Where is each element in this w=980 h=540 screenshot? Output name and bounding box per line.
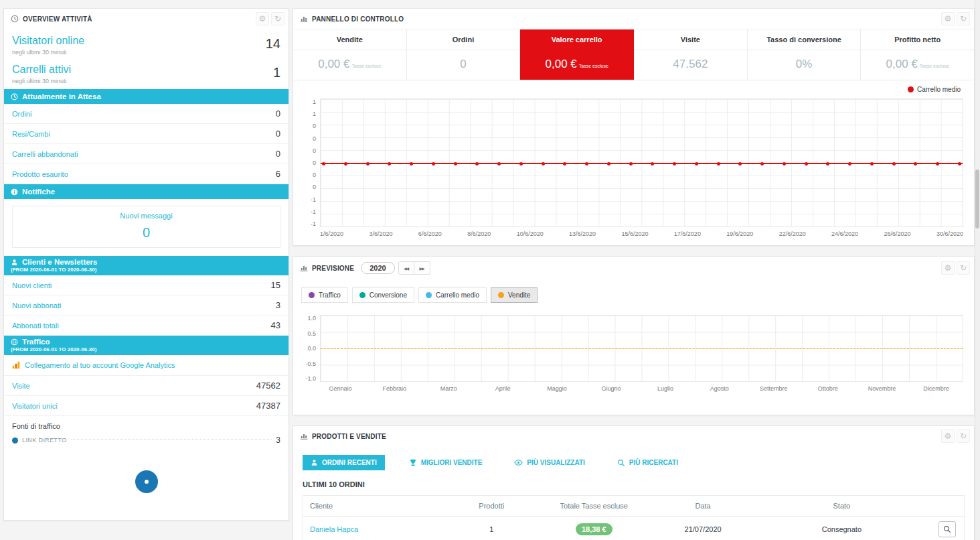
- data-point: [826, 162, 829, 165]
- active-carts-sublabel: negli ultimi 30 minuti: [12, 78, 71, 84]
- online-visitors-item: Visitatori online negli ultimi 30 minuti…: [12, 31, 280, 60]
- data-series-line: [321, 348, 963, 349]
- person-icon: [311, 459, 318, 466]
- orders-section-title: ULTIMI 10 ORDINI: [303, 478, 965, 495]
- new-messages-label: Nuovi messaggi: [18, 212, 274, 220]
- tab-piu-ricercati[interactable]: PIÙ RICERCATI: [609, 455, 686, 471]
- table-header-row: Cliente Prodotti Totale Tasse escluse Da…: [303, 496, 964, 517]
- forecast-legend: Traffico Conversione Carrello medio Vend…: [293, 279, 974, 312]
- metric-visite[interactable]: Visite 47.562: [634, 29, 748, 80]
- online-visitors-link[interactable]: Visitatori online: [12, 35, 84, 47]
- active-carts-item: Carrelli attivi negli ultimi 30 minuti 1: [12, 60, 280, 89]
- line-chart-plot-area: [320, 98, 963, 227]
- data-point: [388, 162, 391, 165]
- gear-icon[interactable]: ⚙: [941, 429, 955, 443]
- row-label: Resi/Cambi: [12, 130, 50, 138]
- metric-profitto-netto[interactable]: Profitto netto 0,00 €Tasse escluse: [861, 29, 974, 80]
- data-point: [497, 162, 501, 165]
- new-messages-value: 0: [18, 225, 274, 241]
- view-order-button[interactable]: [938, 521, 956, 537]
- panel-title: PREVISIONE: [312, 265, 354, 272]
- google-analytics-link[interactable]: Collegamento al tuo account Google Analy…: [4, 355, 289, 376]
- next-year-button[interactable]: ▶▶: [414, 261, 430, 275]
- dashboard-chart: Carrello medio 11 00 00 00 -1-1 -1 1/6/2…: [293, 80, 974, 245]
- data-point: [717, 162, 720, 165]
- customer-link[interactable]: Daniela Hapca: [310, 525, 358, 533]
- unique-visitors-row[interactable]: Visitatori unici 47387: [4, 396, 289, 416]
- products-count: 1: [448, 517, 534, 540]
- row-label: Visitatori unici: [12, 402, 58, 410]
- gear-icon[interactable]: ⚙: [941, 261, 955, 275]
- order-date: 21/07/2020: [653, 517, 752, 540]
- data-point: [542, 162, 545, 165]
- legend-vendite-button[interactable]: Vendite: [491, 287, 538, 303]
- notifications-section-header: Notifiche: [4, 184, 289, 199]
- refresh-icon[interactable]: ↻: [957, 429, 970, 443]
- previous-year-button[interactable]: ◀◀: [398, 261, 414, 275]
- metric-value: 0%: [748, 50, 861, 80]
- data-point: [322, 162, 325, 165]
- scrollbar-thumb[interactable]: [975, 170, 979, 228]
- refresh-icon[interactable]: ↻: [957, 261, 970, 275]
- legend-carrello-medio-button[interactable]: Carrello medio: [418, 287, 487, 303]
- abandoned-carts-row[interactable]: Carrelli abbandonati 0: [4, 144, 289, 164]
- metric-label: Tasso di conversione: [748, 29, 861, 50]
- pending-returns-row[interactable]: Resi/Cambi 0: [4, 124, 289, 144]
- month-axis-labels: GennaioFebbraio MarzoAprile MaggioGiugno…: [313, 382, 963, 392]
- orders-table: Cliente Prodotti Totale Tasse escluse Da…: [303, 496, 964, 540]
- metric-value: 47.562: [634, 50, 747, 80]
- data-point: [805, 162, 808, 165]
- legend-conversione-button[interactable]: Conversione: [352, 287, 414, 303]
- refresh-icon[interactable]: ↻: [957, 12, 970, 25]
- forecast-panel-header: PREVISIONE 2020 ◀◀ ▶▶ ⚙ ↻: [293, 257, 974, 279]
- search-icon: [617, 459, 625, 467]
- metric-label: Valore carrello: [520, 29, 633, 50]
- new-subscribers-row[interactable]: Nuovi abbonati 3: [4, 295, 289, 316]
- total-subscribers-row[interactable]: Abbonati totali 43: [4, 316, 289, 336]
- row-value: 0: [276, 149, 280, 159]
- gear-icon[interactable]: ⚙: [941, 12, 955, 25]
- tab-piu-visualizzati[interactable]: PIÙ VISUALIZZATI: [506, 454, 592, 471]
- clock-icon: [11, 93, 18, 100]
- gear-icon[interactable]: ⚙: [256, 12, 269, 25]
- metric-value: 0: [407, 50, 520, 80]
- legend-traffico-button[interactable]: Traffico: [301, 287, 348, 303]
- panel-title: PRODOTTI E VENDITE: [312, 433, 386, 440]
- source-dot-icon: [12, 437, 18, 444]
- control-panel-header: PANNELLO DI CONTROLLO ⚙ ↻: [293, 9, 974, 29]
- visits-row[interactable]: Visite 47562: [4, 376, 289, 396]
- active-carts-link[interactable]: Carrelli attivi: [12, 64, 71, 76]
- teal-dot-icon: [359, 292, 365, 298]
- metric-value: 0,00 €Tasse escluse: [520, 50, 633, 80]
- metric-vendite[interactable]: Vendite 0,00 €Tasse escluse: [293, 29, 407, 80]
- metric-ordini[interactable]: Ordini 0: [407, 29, 521, 80]
- pending-section-header: Attualmente in Attesa: [4, 89, 289, 104]
- activity-overview-panel: OVERVIEW ATTIVITÀ ⚙ ↻ Visitatori online …: [3, 8, 289, 521]
- new-customers-row[interactable]: Nuovi clienti 15: [4, 275, 289, 295]
- chart-icon: [300, 432, 308, 440]
- legend-dot-icon: [908, 86, 914, 92]
- tab-ordini-recenti[interactable]: ORDINI RECENTI: [303, 455, 385, 470]
- column-header-stato: Stato: [752, 496, 930, 517]
- refresh-icon[interactable]: ↻: [271, 12, 284, 25]
- new-messages-box[interactable]: Nuovi messaggi 0: [12, 206, 280, 248]
- row-label: Ordini: [12, 110, 31, 118]
- metric-tasso-conversione[interactable]: Tasso di conversione 0%: [748, 29, 862, 80]
- chart-icon: [300, 15, 308, 23]
- metric-label: Vendite: [293, 29, 406, 50]
- data-point: [563, 162, 566, 165]
- google-analytics-icon: [12, 361, 20, 369]
- out-of-stock-row[interactable]: Prodotto esaurito 6: [4, 164, 289, 184]
- pending-orders-row[interactable]: Ordini 0: [4, 104, 289, 124]
- globe-icon: [11, 338, 18, 346]
- scrollbar-track[interactable]: [975, 0, 980, 540]
- google-analytics-label: Collegamento al tuo account Google Analy…: [25, 361, 175, 369]
- metric-valore-carrello[interactable]: Valore carrello 0,00 €Tasse escluse: [520, 29, 634, 80]
- year-selector[interactable]: 2020: [361, 262, 394, 274]
- tab-migliori-vendite[interactable]: MIGLIORI VENDITE: [401, 455, 491, 471]
- forecast-chart: 1.0 0.5 0.0 -0.5 -1.0: [293, 312, 974, 382]
- column-header-totale: Totale Tasse escluse: [534, 496, 653, 517]
- forecast-panel: PREVISIONE 2020 ◀◀ ▶▶ ⚙ ↻ Traffico Conve…: [293, 256, 975, 415]
- traffic-source-row: LINK DIRETTO 3: [4, 432, 289, 450]
- section-subtitle: (FROM 2020-06-01 TO 2020-06-30): [11, 267, 282, 273]
